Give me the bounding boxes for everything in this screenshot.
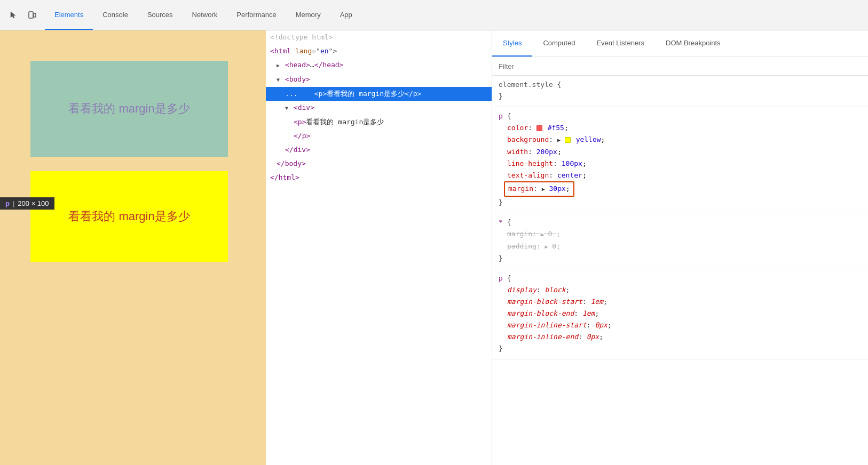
tab-styles[interactable]: Styles	[492, 30, 532, 57]
triangle-icon[interactable]: ▼	[277, 77, 280, 83]
tab-performance[interactable]: Performance	[227, 0, 286, 30]
device-icon[interactable]	[25, 7, 40, 22]
dom-line[interactable]: ▼ <body>	[266, 73, 492, 87]
css-rule-p-main: p { color: #f55; background: ▶ yellow;	[492, 107, 868, 213]
tab-elements[interactable]: Elements	[45, 0, 93, 30]
devtools-toolbar: Elements Console Sources Network Perform…	[0, 0, 868, 30]
triangle-icon[interactable]: ▼	[285, 105, 288, 111]
dom-line[interactable]: ▼ <div>	[266, 101, 492, 115]
dom-line: </body>	[266, 157, 492, 171]
triangle-icon[interactable]: ▶	[277, 62, 280, 68]
css-rule-universal: * { margin: ▶ 0 ; padding: ▶ 0; }	[492, 213, 868, 269]
color-swatch-yellow[interactable]	[565, 137, 571, 143]
main-content: 看看我的 margin是多少 p | 200 × 100 看看我的 margin…	[0, 30, 868, 465]
tab-dom-breakpoints[interactable]: DOM Breakpoints	[655, 30, 731, 57]
dom-line-selected[interactable]: ... <p>看看我的 margin是多少</p>	[266, 87, 492, 101]
tab-event-listeners[interactable]: Event Listeners	[586, 30, 655, 57]
dom-line[interactable]: ▶ <head>…</head>	[266, 58, 492, 73]
tab-sources[interactable]: Sources	[138, 0, 183, 30]
expand-padding-star-icon[interactable]: ▶	[545, 244, 548, 250]
yellow-box: 看看我的 margin是多少	[30, 171, 228, 262]
tab-network[interactable]: Network	[183, 0, 227, 30]
devtools-icon-buttons	[0, 7, 45, 22]
tab-app[interactable]: App	[330, 0, 362, 30]
dom-line: </p>	[266, 129, 492, 143]
filter-input[interactable]	[499, 62, 862, 70]
styles-content[interactable]: element.style { } p { color: #f55;	[492, 57, 868, 465]
tooltip-size: 200 × 100	[18, 199, 49, 207]
element-size-tooltip: p | 200 × 100	[0, 197, 54, 210]
tab-computed[interactable]: Computed	[532, 30, 586, 57]
margin-highlight-box: margin: ▶ 30px;	[504, 181, 574, 197]
green-box-text: 看看我的 margin是多少	[68, 101, 190, 117]
dom-line: <!doctype html>	[266, 30, 492, 44]
color-swatch-red[interactable]	[536, 125, 542, 131]
expand-margin-icon[interactable]: ▶	[542, 186, 545, 192]
css-rule-element-style: element.style { }	[492, 76, 868, 107]
css-rule-p-ua: p { display: block; margin-block-start: …	[492, 269, 868, 359]
green-box: 看看我的 margin是多少	[30, 61, 228, 157]
expand-margin-star-icon[interactable]: ▶	[541, 231, 544, 237]
expand-background-icon[interactable]: ▶	[557, 137, 561, 143]
tab-memory[interactable]: Memory	[286, 0, 330, 30]
styles-tab-list: Styles Computed Event Listeners DOM Brea…	[492, 30, 868, 57]
filter-bar	[492, 57, 868, 76]
svg-rect-1	[34, 13, 36, 17]
cursor-icon[interactable]	[5, 7, 20, 22]
dom-line: <p>看看我的 margin是多少	[266, 115, 492, 129]
yellow-box-text: 看看我的 margin是多少	[68, 209, 190, 225]
dom-line[interactable]: <html lang="en">	[266, 44, 492, 58]
dom-line: </div>	[266, 143, 492, 157]
dom-tree-panel[interactable]: <!doctype html> <html lang="en"> ▶ <head…	[266, 30, 492, 465]
webpage-preview: 看看我的 margin是多少 p | 200 × 100 看看我的 margin…	[0, 30, 266, 465]
styles-panel: Styles Computed Event Listeners DOM Brea…	[492, 30, 868, 465]
tab-console[interactable]: Console	[93, 0, 138, 30]
devtools-tab-list: Elements Console Sources Network Perform…	[45, 0, 868, 30]
svg-rect-0	[29, 12, 33, 18]
tooltip-tag: p	[5, 199, 10, 207]
dom-line: </html>	[266, 171, 492, 185]
